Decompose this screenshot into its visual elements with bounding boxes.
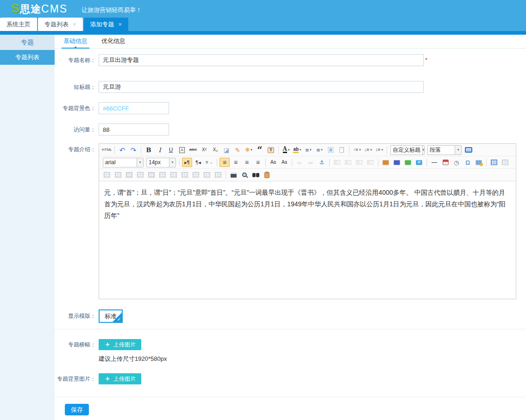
undo-icon[interactable]: ↶ (117, 145, 127, 154)
align-center-icon[interactable]: ≡ (231, 158, 241, 167)
auto-link-icon[interactable]: a (326, 145, 336, 154)
rich-text-editor: HTML↶↷BIUAABCX²X₂◪✎❋▾“TA▾ab▾≡▾≡▾a↑≡▾↓≡▾↕… (99, 143, 516, 299)
view-html-icon[interactable]: HTML (102, 145, 112, 154)
align-justify-icon[interactable]: ≡ (253, 158, 263, 167)
ordered-list-icon[interactable]: ≡▾ (303, 145, 313, 154)
ltr-paragraph-icon[interactable]: ▸¶ (182, 158, 192, 167)
bold-icon[interactable]: B (144, 145, 154, 154)
insert-date-icon[interactable] (440, 158, 451, 167)
insert-gallery-icon[interactable] (403, 158, 413, 167)
topic-name-input[interactable] (99, 54, 424, 66)
insert-image-icon[interactable] (381, 158, 391, 167)
find-replace-icon[interactable] (250, 170, 261, 179)
insert-table-icon[interactable] (489, 158, 499, 167)
bg-color-input[interactable] (99, 102, 169, 114)
underline-icon[interactable]: U (166, 145, 176, 154)
superscript-glyph: X² (202, 148, 207, 152)
print-glyph (231, 173, 237, 178)
strikethrough-icon[interactable]: ABC (188, 145, 198, 154)
para-spacing-top-icon[interactable]: ↑≡▾ (352, 145, 362, 154)
subscript-icon[interactable]: X₂ (210, 145, 220, 154)
to-lowercase-icon[interactable]: Aa (279, 158, 289, 167)
special-char-icon[interactable]: Ω (463, 158, 473, 167)
italic-icon[interactable]: I (155, 145, 165, 154)
insert-row-above-glyph (126, 172, 132, 178)
sidebar-item-topic-list[interactable]: 专题列表 (0, 50, 55, 65)
anchor-icon[interactable]: ⚓ (317, 158, 327, 167)
format-painter-glyph: ✎ (235, 147, 240, 153)
to-uppercase-icon[interactable]: Aa (268, 158, 278, 167)
indent-icon[interactable]: ≡→ (204, 158, 214, 167)
delete-row-icon (146, 170, 157, 179)
tab-add-topic[interactable]: 添加专题 × (84, 18, 129, 31)
remove-format-icon[interactable]: ◪ (221, 145, 232, 154)
save-button[interactable]: 保存 (65, 404, 89, 415)
paste-from-word-icon[interactable] (262, 170, 272, 179)
image-align-right-glyph (356, 160, 363, 165)
line-height-icon[interactable]: ↕≡▾ (374, 145, 384, 154)
tab-system-home[interactable]: 系统主页 (0, 18, 37, 31)
font-family-select[interactable]: arial▾ (103, 158, 144, 167)
align-left-glyph: ≡ (223, 159, 226, 166)
bold-glyph: B (146, 147, 151, 153)
fullscreen-icon[interactable] (463, 145, 474, 154)
split-cells-glyph (193, 172, 199, 178)
cell-properties-icon (113, 170, 123, 179)
toolbar-separator (349, 146, 350, 154)
highlight-color-glyph: ab (293, 147, 299, 153)
visits-input[interactable] (99, 124, 169, 136)
insert-time-glyph: ◷ (454, 160, 459, 166)
delete-cells-icon (213, 170, 223, 179)
remove-format-glyph: ◪ (224, 147, 229, 153)
para-spacing-bottom-icon[interactable]: ↓≡▾ (363, 145, 373, 154)
image-align-left-icon (332, 158, 342, 167)
chevron-down-icon: ▾ (455, 146, 461, 154)
close-icon[interactable]: × (73, 21, 76, 27)
rtl-paragraph-icon[interactable]: ¶◂ (193, 158, 203, 167)
paste-text-icon[interactable]: T (266, 145, 276, 154)
align-right-icon[interactable]: ≡ (242, 158, 252, 167)
heading-select[interactable]: 自定义标题▾ (390, 145, 425, 155)
chevron-down-icon: ▾ (250, 148, 252, 152)
format-painter-icon[interactable]: ✎ (232, 145, 243, 154)
redo-icon[interactable]: ↷ (128, 145, 138, 154)
close-icon[interactable]: × (119, 21, 122, 27)
font-color-icon[interactable]: A▾ (281, 145, 291, 154)
unordered-list-icon[interactable]: ≡▾ (314, 145, 325, 154)
font-size-select[interactable]: 14px▾ (146, 158, 176, 167)
highlight-color-icon[interactable]: ab▾ (292, 145, 302, 154)
align-left-icon[interactable]: ≡ (219, 158, 230, 167)
upload-button-label: 上传图片 (113, 341, 136, 349)
banner-upload-button[interactable]: ＋ 上传图片 (99, 339, 141, 350)
blank-page-icon[interactable] (337, 145, 347, 154)
superscript-icon[interactable]: X² (199, 145, 209, 154)
select-value: 14px (147, 159, 169, 166)
bg-image-upload-button[interactable]: ＋ 上传图片 (99, 373, 141, 384)
chevron-down-icon: ▾ (310, 148, 312, 152)
insert-video-icon[interactable] (392, 158, 402, 167)
tab-topic-list[interactable]: 专题列表 × (38, 18, 83, 31)
horizontal-rule-icon[interactable]: — (429, 158, 439, 167)
auto-typeset-icon[interactable]: ❋▾ (244, 145, 254, 154)
paragraph-select[interactable]: 段落▾ (427, 145, 462, 155)
view-html-glyph: HTML (102, 148, 112, 152)
insert-app-icon[interactable] (474, 158, 484, 167)
preview-icon[interactable] (239, 170, 250, 179)
chevron-down-icon: ▾ (359, 148, 361, 152)
situ-cms-logo: S 思途 CMS (11, 1, 68, 16)
tab-seo-info[interactable]: 优化信息 (100, 35, 127, 48)
editor-content[interactable]: 元，谓“首”；旦，谓“日”；“元旦”意即“首日”。“元旦”一词最早出现于《晋书》… (99, 181, 516, 299)
char-border-icon[interactable]: A (177, 145, 187, 154)
tab-basic-info[interactable]: 基础信息 (62, 35, 89, 48)
short-title-input[interactable] (99, 81, 424, 93)
paste-text-glyph: T (268, 147, 274, 153)
insert-map-icon[interactable]: G (414, 158, 424, 167)
print-icon[interactable] (228, 170, 238, 179)
image-align-left-glyph (334, 160, 340, 165)
insert-time-icon[interactable]: ◷ (451, 158, 462, 167)
image-align-right-icon (354, 158, 364, 167)
required-asterisk: * (425, 54, 427, 66)
blockquote-icon[interactable]: “ (255, 145, 265, 154)
template-standard-button[interactable]: 标准 ✓ (99, 309, 123, 323)
split-cells-icon (191, 170, 201, 179)
